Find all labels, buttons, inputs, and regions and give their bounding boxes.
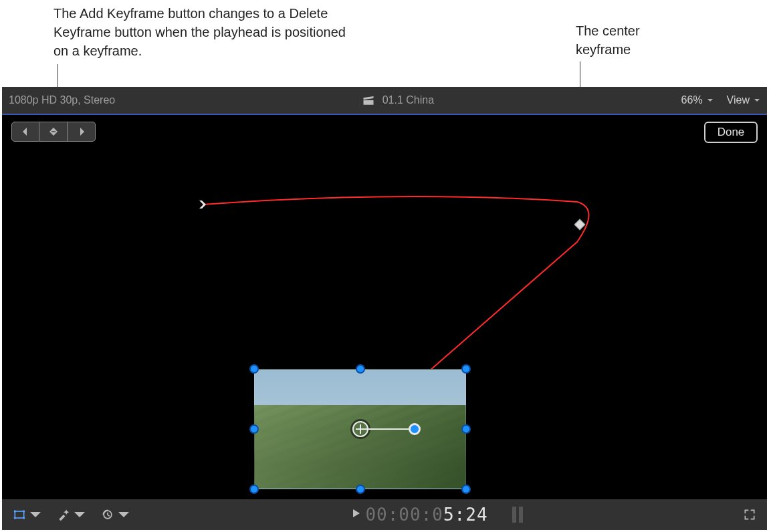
- retime-menu[interactable]: [98, 505, 133, 524]
- svg-point-3: [14, 517, 16, 519]
- annotation-right: The center keyframe: [576, 21, 723, 59]
- view-menu[interactable]: View: [727, 94, 760, 106]
- viewer-window: 1080p HD 30p, Stereo 01.1 China 66% View: [2, 87, 767, 530]
- chevron-down-icon: [707, 97, 713, 104]
- enhance-icon: [57, 508, 70, 521]
- enhance-menu[interactable]: [54, 505, 89, 524]
- keyframe-marker-center[interactable]: [574, 219, 586, 231]
- fullscreen-icon: [743, 508, 756, 521]
- viewer-top-bar: 1080p HD 30p, Stereo 01.1 China 66% View: [2, 87, 767, 114]
- rotation-arm: [360, 428, 414, 430]
- svg-point-4: [23, 517, 25, 519]
- svg-point-1: [14, 510, 16, 512]
- chevron-down-icon: [29, 508, 42, 521]
- prev-keyframe-button[interactable]: [11, 122, 39, 142]
- chevron-down-icon: [117, 508, 130, 521]
- resize-handle-bl[interactable]: [249, 485, 259, 494]
- annotation-right-line2: keyframe: [576, 42, 631, 57]
- view-label: View: [727, 94, 750, 106]
- retime-icon: [101, 508, 114, 521]
- svg-point-2: [23, 510, 25, 512]
- timecode-bright: 5:24: [443, 505, 488, 525]
- fullscreen-button[interactable]: [740, 505, 759, 524]
- zoom-menu[interactable]: 66%: [681, 94, 713, 106]
- resize-handle-bm[interactable]: [356, 485, 365, 494]
- resize-handle-tl[interactable]: [249, 364, 259, 374]
- clip-title: 01.1 China: [382, 94, 434, 106]
- resize-handle-br[interactable]: [461, 485, 471, 494]
- transform-tool-menu[interactable]: [10, 505, 45, 524]
- delete-keyframe-icon: [48, 126, 59, 137]
- format-label: 1080p HD 30p, Stereo: [9, 94, 115, 106]
- chevron-down-icon: [754, 97, 760, 104]
- chevron-down-icon: [73, 508, 86, 521]
- selected-clip[interactable]: [254, 369, 466, 489]
- timecode-dim: 00:00:0: [365, 505, 443, 525]
- rotation-handle[interactable]: [409, 423, 421, 435]
- resize-handle-ml[interactable]: [249, 424, 259, 434]
- transform-tool-icon: [13, 508, 26, 521]
- play-icon: [350, 508, 361, 519]
- annotation-right-line1: The center: [576, 23, 640, 38]
- delete-keyframe-button[interactable]: [39, 122, 68, 142]
- timecode-display[interactable]: 00:00:05:24: [365, 505, 487, 525]
- svg-rect-0: [15, 511, 23, 518]
- audio-meter: [512, 507, 523, 523]
- keyframe-nav-group: [11, 122, 96, 142]
- resize-handle-tm[interactable]: [356, 364, 365, 374]
- next-keyframe-icon: [76, 126, 87, 137]
- meter-bar: [512, 507, 516, 523]
- viewer-canvas[interactable]: Done: [2, 115, 767, 499]
- keyframe-marker-start[interactable]: [197, 199, 208, 210]
- play-button[interactable]: [350, 508, 361, 521]
- zoom-label: 66%: [681, 94, 703, 106]
- viewer-bottom-bar: 00:00:05:24: [2, 499, 767, 530]
- annotation-left: The Add Keyframe button changes to a Del…: [53, 4, 361, 60]
- resize-handle-mr[interactable]: [461, 424, 471, 434]
- meter-bar: [519, 507, 523, 523]
- clapper-icon: [362, 94, 374, 106]
- done-button[interactable]: Done: [704, 122, 758, 143]
- prev-keyframe-icon: [20, 126, 31, 137]
- next-keyframe-button[interactable]: [68, 122, 96, 142]
- resize-handle-tr[interactable]: [461, 364, 471, 374]
